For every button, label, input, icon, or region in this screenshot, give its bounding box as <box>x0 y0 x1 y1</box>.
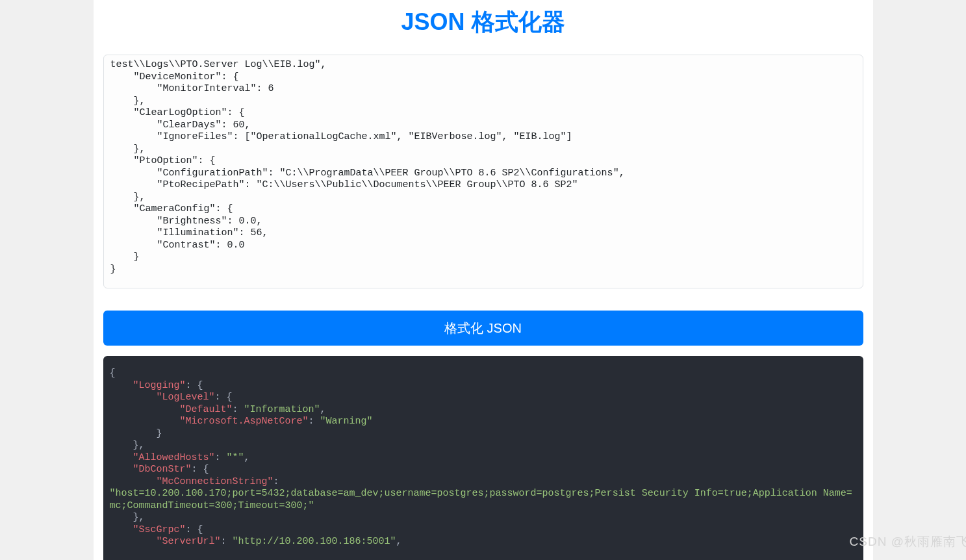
json-output-panel: { "Logging": { "LogLevel": { "Default": … <box>103 356 863 560</box>
format-json-button[interactable]: 格式化 JSON <box>103 311 863 346</box>
json-input-textarea[interactable] <box>103 55 863 288</box>
page-container: JSON 格式化器 格式化 JSON { "Logging": { "LogLe… <box>94 0 873 560</box>
page-title: JSON 格式化器 <box>103 0 863 55</box>
